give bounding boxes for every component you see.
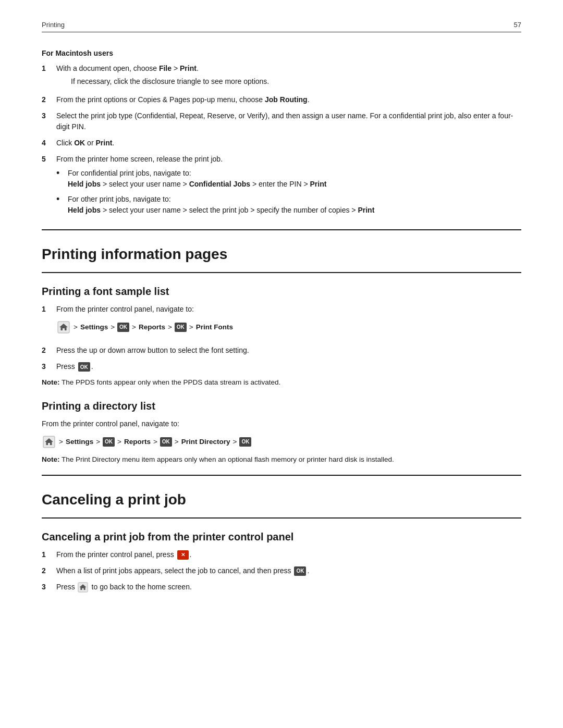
step-num-5: 5: [42, 154, 56, 165]
font-step-3: 3 Press OK.: [42, 361, 521, 372]
font-steps-list: 1 From the printer control panel, naviga…: [42, 304, 521, 372]
section-divider-3: [42, 475, 521, 476]
dir-sep-5: >: [175, 436, 179, 448]
cancel-step-num-1: 1: [42, 549, 56, 560]
dir-sep-6: >: [233, 436, 237, 448]
ok-badge-dir-2: OK: [160, 437, 172, 447]
nav-settings-1: Settings: [80, 321, 108, 334]
directory-nav-line: > Settings > OK > Reports > OK > Print D…: [42, 435, 521, 449]
bullet-symbol-2: •: [56, 194, 68, 205]
step-1-content: With a document open, choose File > Prin…: [56, 63, 521, 89]
cancel-step-2-content: When a list of print jobs appears, selec…: [56, 565, 521, 576]
mac-step-4: 4 Click OK or Print.: [42, 138, 521, 149]
cancel-control-panel-section: Canceling a print job from the printer c…: [42, 531, 521, 593]
font-step-3-content: Press OK.: [56, 361, 521, 372]
mac-step-2: 2 From the print options or Copies & Pag…: [42, 94, 521, 105]
font-sample-section: Printing a font sample list 1 From the p…: [42, 286, 521, 388]
dir-sep-1: >: [59, 436, 63, 448]
mac-steps-list: 1 With a document open, choose File > Pr…: [42, 63, 521, 220]
mac-step-1: 1 With a document open, choose File > Pr…: [42, 63, 521, 89]
ok-badge-dir-1: OK: [103, 437, 115, 447]
printing-info-title: Printing information pages: [42, 246, 521, 263]
step-1-sub: If necessary, click the disclosure trian…: [71, 76, 521, 87]
font-step-1-content: From the printer control panel, navigate…: [56, 304, 521, 340]
bullet-1-nav: Held jobs > select your user name > Conf…: [68, 180, 326, 188]
header-page-number: 57: [514, 21, 521, 29]
directory-section: Printing a directory list From the print…: [42, 400, 521, 465]
font-step-1-text: From the printer control panel, navigate…: [56, 305, 194, 313]
step-2-text: From the print options or Copies & Pages…: [56, 95, 310, 104]
nav-reports-1: Reports: [139, 321, 165, 334]
cancel-step-2: 2 When a list of print jobs appears, sel…: [42, 565, 521, 576]
dir-reports: Reports: [124, 436, 151, 448]
step-4-text: Click OK or Print.: [56, 139, 114, 147]
page-container: Printing 57 For Macintosh users 1 With a…: [0, 0, 563, 728]
bullet-1-content: For confidential print jobs, navigate to…: [68, 168, 521, 190]
bullet-2: • For other print jobs, navigate to: Hel…: [56, 194, 521, 216]
step-2-content: From the print options or Copies & Pages…: [56, 94, 521, 105]
x-badge: ✕: [177, 550, 189, 560]
mac-step-3: 3 Select the print job type (Confidentia…: [42, 110, 521, 132]
home-icon-1: [56, 320, 71, 335]
nav-sep-5: >: [189, 321, 193, 334]
dir-sep-3: >: [117, 436, 121, 448]
font-note: Note: The PPDS fonts appear only when th…: [42, 377, 521, 388]
step-5-text: From the printer home screen, release th…: [56, 155, 223, 163]
step-3-text: Select the print job type (Confidential,…: [56, 112, 513, 131]
step-5-content: From the printer home screen, release th…: [56, 154, 521, 220]
nav-sep-3: >: [132, 321, 136, 334]
bullet-2-nav: Held jobs > select your user name > sele…: [68, 206, 374, 214]
cancel-step-1: 1 From the printer control panel, press …: [42, 549, 521, 560]
section-divider-4: [42, 517, 521, 519]
bullet-2-intro: For other print jobs, navigate to:: [68, 195, 171, 203]
font-step-2: 2 Press the up or down arrow button to s…: [42, 345, 521, 356]
font-step-1: 1 From the printer control panel, naviga…: [42, 304, 521, 340]
font-step-3-text: Press OK.: [56, 362, 93, 371]
directory-note: Note: The Print Directory menu item appe…: [42, 454, 521, 465]
nav-sep-1: >: [74, 321, 78, 334]
canceling-title: Canceling a print job: [42, 491, 521, 508]
step-num-3: 3: [42, 110, 56, 121]
directory-intro: From the printer control panel, navigate…: [42, 418, 521, 429]
step-5-bullets: • For confidential print jobs, navigate …: [56, 168, 521, 216]
macintosh-label: For Macintosh users: [42, 48, 521, 59]
font-sample-title: Printing a font sample list: [42, 286, 521, 298]
cancel-step-2-text: When a list of print jobs appears, selec…: [56, 566, 309, 575]
step-4-content: Click OK or Print.: [56, 138, 521, 149]
bullet-2-content: For other print jobs, navigate to: Held …: [68, 194, 521, 216]
step-num-2: 2: [42, 94, 56, 105]
cancel-steps-list: 1 From the printer control panel, press …: [42, 549, 521, 593]
home-icon-3: [77, 582, 89, 593]
step-3-content: Select the print job type (Confidential,…: [56, 110, 521, 132]
cancel-step-1-content: From the printer control panel, press ✕.: [56, 549, 521, 560]
dir-sep-2: >: [96, 436, 100, 448]
step-num-1: 1: [42, 63, 56, 74]
header-section: Printing: [42, 21, 65, 29]
bullet-symbol-1: •: [56, 168, 68, 179]
ok-badge-2: OK: [175, 323, 187, 332]
ok-badge-3: OK: [78, 362, 90, 372]
dir-print-directory: Print Directory: [181, 436, 230, 448]
bullet-1: • For confidential print jobs, navigate …: [56, 168, 521, 190]
dir-sep-4: >: [153, 436, 157, 448]
cancel-step-num-2: 2: [42, 565, 56, 576]
section-divider-2: [42, 272, 521, 273]
cancel-step-1-text: From the printer control panel, press ✕.: [56, 550, 191, 559]
font-nav-line: > Settings > OK > Reports > OK > Print F…: [56, 320, 521, 335]
ok-badge-1: OK: [117, 323, 129, 332]
nav-print-fonts: Print Fonts: [196, 321, 233, 334]
nav-sep-4: >: [168, 321, 172, 334]
cancel-control-panel-title: Canceling a print job from the printer c…: [42, 531, 521, 543]
font-step-2-text: Press the up or down arrow button to sel…: [56, 346, 249, 354]
cancel-step-num-3: 3: [42, 582, 56, 593]
header-bar: Printing 57: [42, 21, 521, 32]
step-num-4: 4: [42, 138, 56, 149]
ok-badge-dir-3: OK: [239, 437, 251, 447]
cancel-step-3-text: Press to go back to the home screen.: [56, 583, 192, 591]
step-1-text: With a document open, choose File > Prin…: [56, 64, 199, 72]
dir-settings: Settings: [66, 436, 93, 448]
font-step-num-3: 3: [42, 361, 56, 372]
nav-sep-2: >: [111, 321, 115, 334]
home-icon-2: [42, 435, 56, 449]
font-step-num-1: 1: [42, 304, 56, 315]
